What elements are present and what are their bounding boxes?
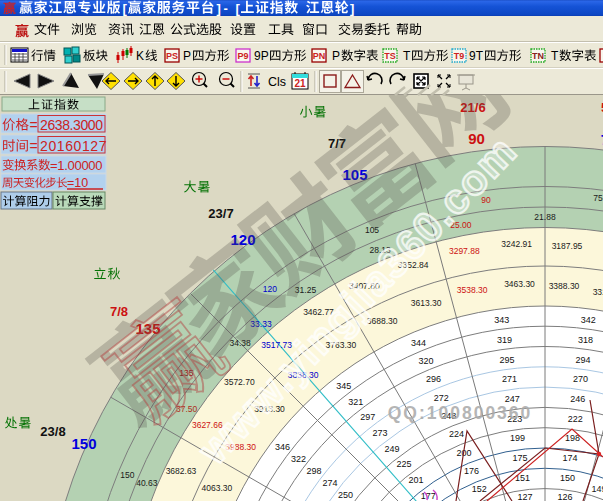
svg-text:297: 297: [360, 412, 375, 422]
svg-text:T: T: [551, 49, 559, 63]
svg-text:=10: =10: [67, 176, 88, 190]
svg-text:3313.30: 3313.30: [593, 287, 603, 297]
svg-text:T9: T9: [454, 51, 465, 61]
svg-text:343: 343: [494, 315, 509, 325]
svg-text:9T: 9T: [469, 49, 484, 63]
svg-text:246: 246: [570, 394, 585, 404]
svg-text:P: P: [183, 49, 191, 63]
svg-text:75: 75: [593, 193, 603, 203]
svg-text:3187.95: 3187.95: [552, 241, 583, 251]
svg-text:3463.30: 3463.30: [504, 279, 535, 289]
svg-text:2638.3000: 2638.3000: [40, 117, 103, 133]
svg-text:P9: P9: [237, 51, 248, 61]
svg-text:-: -: [223, 1, 227, 16]
svg-text:[: [: [235, 1, 240, 16]
svg-text:342: 342: [581, 315, 596, 325]
svg-text:=: =: [30, 138, 38, 154]
svg-text:270: 270: [573, 374, 588, 384]
svg-text:37.50: 37.50: [176, 404, 198, 414]
svg-text:150: 150: [560, 473, 575, 483]
svg-text:296: 296: [426, 374, 441, 384]
svg-text:3388.30: 3388.30: [549, 281, 580, 291]
svg-text:TN: TN: [532, 51, 544, 61]
svg-text:PN: PN: [313, 51, 326, 61]
svg-text:152: 152: [472, 484, 487, 494]
svg-text:23/8: 23/8: [40, 424, 65, 439]
svg-text:199: 199: [510, 433, 525, 443]
svg-text:174: 174: [562, 453, 577, 463]
svg-text:3682.63: 3682.63: [166, 466, 197, 476]
svg-text:322: 322: [291, 454, 306, 464]
svg-text:3613.30: 3613.30: [411, 298, 442, 308]
svg-text:150: 150: [120, 470, 134, 480]
svg-text:345: 345: [336, 381, 351, 391]
svg-text:PS: PS: [166, 51, 178, 61]
svg-text:175: 175: [512, 453, 527, 463]
svg-text:318: 318: [578, 335, 593, 345]
svg-text:120: 120: [263, 284, 277, 294]
svg-text:222: 222: [568, 414, 583, 424]
svg-text:344: 344: [411, 338, 426, 348]
svg-text:K: K: [136, 49, 144, 63]
svg-text:320: 320: [418, 356, 433, 366]
svg-text:21.88: 21.88: [534, 212, 556, 222]
svg-text:271: 271: [502, 374, 517, 384]
svg-text:[: [: [123, 1, 128, 16]
svg-text:40.63: 40.63: [136, 478, 158, 488]
svg-text:273: 273: [372, 428, 387, 438]
svg-text:274: 274: [322, 478, 337, 488]
svg-text:272: 272: [434, 393, 449, 403]
svg-text:T: T: [403, 49, 411, 63]
svg-text:149: 149: [591, 484, 603, 494]
svg-text:21: 21: [294, 78, 306, 89]
svg-text:298: 298: [307, 466, 322, 476]
svg-text:7/8: 7/8: [110, 304, 128, 319]
svg-text:295: 295: [499, 355, 514, 365]
svg-text:P: P: [332, 49, 340, 63]
svg-text:QQ:100800360: QQ:100800360: [388, 403, 533, 423]
svg-text:225: 225: [397, 459, 412, 469]
svg-text:]: ]: [216, 1, 220, 16]
svg-text:3297.88: 3297.88: [449, 246, 480, 256]
svg-text:=: =: [30, 117, 38, 133]
svg-text:4063.30: 4063.30: [202, 483, 233, 493]
svg-text:126: 126: [557, 492, 572, 501]
svg-text:=1.00000: =1.00000: [50, 158, 102, 173]
svg-text:150: 150: [71, 435, 96, 452]
svg-text:127: 127: [518, 492, 533, 501]
svg-text:294: 294: [575, 355, 590, 365]
svg-text:23/7: 23/7: [208, 206, 233, 221]
svg-text:9P: 9P: [254, 49, 269, 63]
svg-text:249: 249: [384, 444, 399, 454]
svg-text:224: 224: [449, 429, 464, 439]
svg-text:201: 201: [409, 475, 424, 485]
svg-text:Cls: Cls: [268, 75, 286, 89]
svg-text:176: 176: [464, 466, 479, 476]
svg-text:319: 319: [497, 335, 512, 345]
svg-text:]: ]: [350, 1, 354, 16]
svg-text:3538.30: 3538.30: [457, 285, 488, 295]
svg-text:346: 346: [275, 442, 290, 452]
svg-text:250: 250: [338, 490, 353, 500]
svg-text:151: 151: [515, 473, 530, 483]
svg-text:3242.91: 3242.91: [501, 239, 532, 249]
svg-text:321: 321: [348, 397, 363, 407]
svg-text:177: 177: [421, 491, 436, 501]
svg-text:TS: TS: [384, 51, 396, 61]
svg-text:20160127: 20160127: [40, 138, 107, 154]
